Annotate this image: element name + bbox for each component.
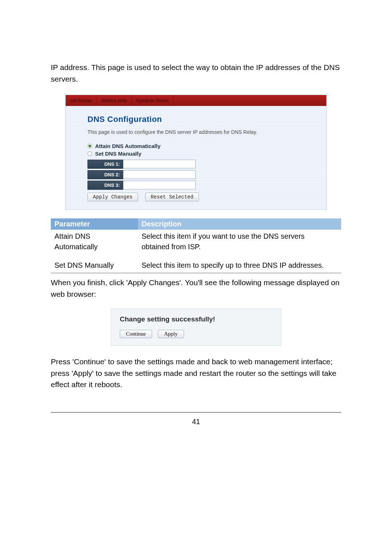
success-screenshot: Change setting successfully! Continue Ap… xyxy=(111,308,281,346)
parameter-table: Parameter Description Attain DNS Automat… xyxy=(51,218,341,273)
tab-system-tools[interactable]: System Tools xyxy=(132,95,173,106)
intro-text: IP address. This page is used to select … xyxy=(51,62,341,85)
tab-label: System Tools xyxy=(136,98,169,103)
dns1-input[interactable] xyxy=(123,160,196,168)
config-panel: DNS Configuration This page is used to c… xyxy=(66,106,326,209)
tab-status-info[interactable]: Status Info xyxy=(97,95,132,106)
button-row: Apply Changes Reset Selected xyxy=(87,193,312,201)
tab-label: ral Setup xyxy=(70,98,92,103)
apply-button[interactable]: Apply xyxy=(158,330,184,338)
tab-label: Status Info xyxy=(101,98,127,103)
dns-row-2: DNS 2: xyxy=(87,170,312,179)
dns1-label: DNS 1: xyxy=(87,160,123,169)
paragraph-continue-note: Press 'Continue' to save the settings ma… xyxy=(51,356,341,390)
radio-label: Attain DNS Automatically xyxy=(95,143,160,149)
table-row: Attain DNS Automatically Select this ite… xyxy=(51,230,341,254)
cell-param: Attain DNS Automatically xyxy=(51,230,138,254)
th-parameter: Parameter xyxy=(51,218,138,230)
page-number: 41 xyxy=(51,418,341,426)
dns-fields: DNS 1: DNS 2: DNS 3: Apply Changes Reset… xyxy=(87,160,312,201)
paragraph-apply-note: When you finish, click 'Apply Changes'. … xyxy=(51,277,341,300)
radio-label: Set DNS Manually xyxy=(95,151,142,157)
dns-row-3: DNS 3: xyxy=(87,181,312,190)
table-row: Set DNS Manually Select this item to spe… xyxy=(51,254,341,273)
success-button-row: Continue Apply xyxy=(120,330,272,338)
radio-icon xyxy=(87,144,92,148)
panel-subtitle: This page is used to configure the DNS s… xyxy=(87,129,312,135)
footer-rule xyxy=(51,412,341,413)
success-title: Change setting successfully! xyxy=(120,315,272,323)
dns-row-1: DNS 1: xyxy=(87,160,312,169)
th-description: Description xyxy=(138,218,341,230)
panel-title: DNS Configuration xyxy=(87,115,312,124)
dns-config-screenshot: ral Setup Status Info System Tools DNS C… xyxy=(65,95,327,210)
reset-selected-button[interactable]: Reset Selected xyxy=(145,193,199,201)
apply-changes-button[interactable]: Apply Changes xyxy=(87,193,138,201)
radio-icon xyxy=(87,151,92,156)
dns2-input[interactable] xyxy=(123,170,196,179)
tab-bar: ral Setup Status Info System Tools xyxy=(66,95,326,106)
dns3-input[interactable] xyxy=(123,181,196,189)
page: IP address. This page is used to select … xyxy=(0,0,392,448)
cell-param: Set DNS Manually xyxy=(51,254,138,273)
dns3-label: DNS 3: xyxy=(87,181,123,190)
radio-attain-auto[interactable]: Attain DNS Automatically xyxy=(87,143,312,149)
cell-desc: Select this item to specify up to three … xyxy=(138,254,341,273)
tab-general-setup[interactable]: ral Setup xyxy=(66,95,97,106)
continue-button[interactable]: Continue xyxy=(120,330,152,338)
dns2-label: DNS 2: xyxy=(87,170,123,179)
cell-desc: Select this item if you want to use the … xyxy=(138,230,341,254)
radio-set-manual[interactable]: Set DNS Manually xyxy=(87,151,312,157)
